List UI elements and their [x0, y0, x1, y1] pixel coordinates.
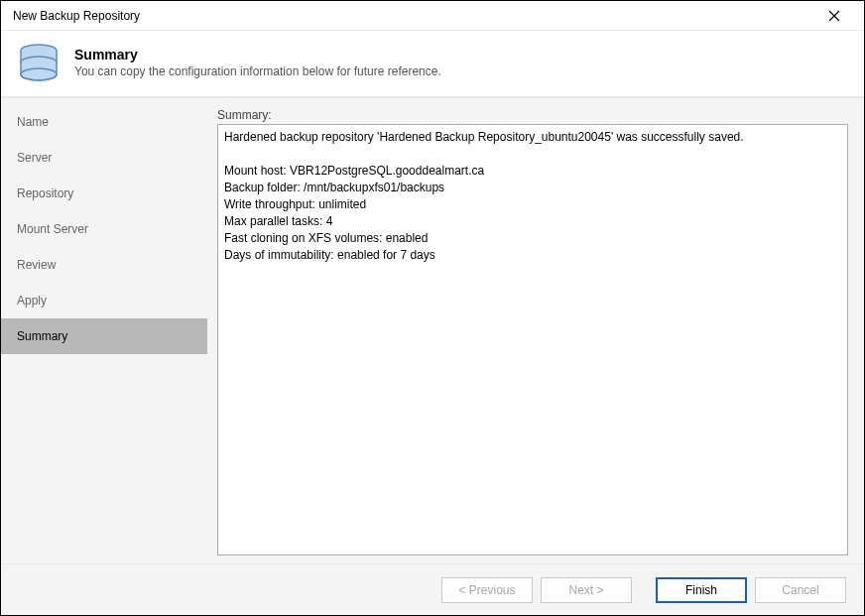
wizard-footer: < Previous Next > Finish Cancel: [1, 563, 864, 615]
summary-textbox[interactable]: Hardened backup repository 'Hardened Bac…: [217, 124, 848, 555]
cancel-button: Cancel: [755, 577, 846, 603]
wizard-header: Summary You can copy the configuration i…: [1, 31, 864, 97]
sidebar-step-mount-server[interactable]: Mount Server: [1, 211, 207, 247]
sidebar-step-name[interactable]: Name: [1, 104, 207, 140]
main-panel: Summary: Hardened backup repository 'Har…: [207, 98, 864, 563]
next-button: Next >: [541, 577, 632, 603]
page-subheading: You can copy the configuration informati…: [74, 64, 441, 78]
sidebar-step-review[interactable]: Review: [1, 247, 207, 283]
sidebar: Name Server Repository Mount Server Revi…: [1, 98, 207, 563]
titlebar: New Backup Repository: [1, 1, 864, 31]
sidebar-step-server[interactable]: Server: [1, 140, 207, 176]
header-text: Summary You can copy the configuration i…: [74, 47, 441, 78]
close-button[interactable]: [814, 2, 854, 30]
close-icon: [828, 10, 840, 22]
repository-icon: [15, 39, 62, 86]
summary-label: Summary:: [217, 108, 848, 122]
sidebar-step-apply[interactable]: Apply: [1, 283, 207, 318]
wizard-body: Name Server Repository Mount Server Revi…: [1, 97, 864, 563]
page-heading: Summary: [74, 47, 441, 62]
sidebar-step-repository[interactable]: Repository: [1, 176, 207, 211]
window-title: New Backup Repository: [13, 9, 140, 23]
finish-button[interactable]: Finish: [656, 577, 747, 603]
previous-button: < Previous: [441, 577, 533, 603]
sidebar-step-summary[interactable]: Summary: [1, 318, 207, 354]
